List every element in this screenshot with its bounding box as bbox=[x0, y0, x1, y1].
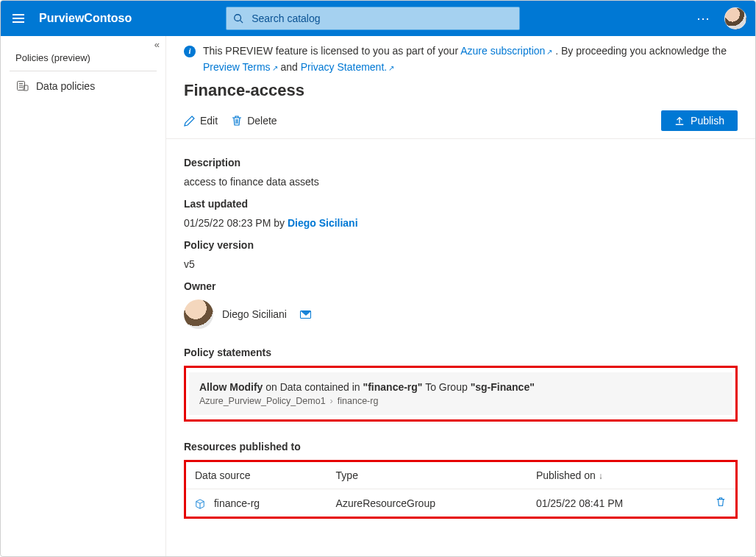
table-row[interactable]: finance-rg AzureResourceGroup 01/25/22 0… bbox=[186, 489, 735, 517]
publish-button[interactable]: Publish bbox=[661, 110, 738, 131]
topbar: PurviewContoso ⋯ bbox=[1, 1, 755, 36]
external-link-icon: ↗ bbox=[272, 64, 278, 72]
banner-text: This PREVIEW feature is licensed to you … bbox=[203, 43, 727, 75]
col-published-on[interactable]: Published on↓ bbox=[527, 462, 706, 489]
version-value: v5 bbox=[184, 258, 738, 270]
owner-label: Owner bbox=[184, 280, 738, 292]
cell-type: AzureResourceGroup bbox=[327, 489, 527, 517]
info-icon: i bbox=[184, 46, 196, 57]
policy-statement-breadcrumb: Azure_Purview_Policy_Demo1›finance-rg bbox=[199, 396, 722, 406]
preview-banner: i This PREVIEW feature is licensed to yo… bbox=[166, 36, 755, 79]
owner-row: Diego Siciliani bbox=[184, 299, 738, 329]
cell-published: 01/25/22 08:41 PM bbox=[527, 489, 706, 517]
main: i This PREVIEW feature is licensed to yo… bbox=[166, 36, 755, 556]
row-delete-icon[interactable] bbox=[716, 497, 726, 507]
last-updated-label: Last updated bbox=[184, 198, 738, 210]
data-policies-icon bbox=[17, 81, 29, 91]
search-icon bbox=[233, 13, 243, 24]
hamburger-icon[interactable] bbox=[10, 11, 27, 26]
azure-subscription-link[interactable]: Azure subscription↗ bbox=[460, 45, 552, 57]
mail-icon[interactable] bbox=[300, 311, 311, 319]
policy-statements-label: Policy statements bbox=[184, 347, 738, 358]
col-actions bbox=[706, 462, 735, 489]
policy-statement-text: Allow Modify on Data contained in "finan… bbox=[199, 381, 722, 393]
cell-source: finance-rg bbox=[214, 497, 260, 509]
sidebar-title: Policies (preview) bbox=[1, 36, 165, 69]
trash-icon bbox=[231, 115, 243, 127]
owner-name: Diego Siciliani bbox=[222, 308, 287, 320]
search-input[interactable] bbox=[226, 7, 520, 30]
upload-icon bbox=[674, 116, 685, 126]
sidebar-item-data-policies[interactable]: Data policies bbox=[1, 74, 165, 98]
brand-name[interactable]: PurviewContoso bbox=[39, 12, 132, 25]
more-icon[interactable]: ⋯ bbox=[696, 10, 711, 26]
edit-button[interactable]: Edit bbox=[184, 115, 218, 127]
policy-statement-card[interactable]: Allow Modify on Data contained in "finan… bbox=[189, 372, 732, 415]
sidebar: « Policies (preview) Data policies bbox=[1, 36, 166, 556]
divider bbox=[10, 71, 157, 71]
external-link-icon: ↗ bbox=[546, 48, 552, 56]
col-data-source[interactable]: Data source bbox=[186, 462, 327, 489]
collapse-sidebar-icon[interactable]: « bbox=[154, 39, 160, 50]
avatar[interactable] bbox=[724, 7, 746, 29]
toolbar: Edit Delete Publish bbox=[166, 106, 755, 139]
resources-table: Data source Type Published on↓ bbox=[186, 462, 735, 517]
col-type[interactable]: Type bbox=[327, 462, 527, 489]
search-wrap bbox=[226, 7, 520, 30]
owner-avatar[interactable] bbox=[184, 299, 213, 329]
svg-point-0 bbox=[235, 15, 241, 21]
preview-terms-link[interactable]: Preview Terms↗ bbox=[203, 61, 278, 73]
svg-line-1 bbox=[240, 21, 243, 24]
content: Description access to finance data asset… bbox=[166, 139, 755, 536]
delete-button[interactable]: Delete bbox=[231, 115, 277, 127]
sort-desc-icon: ↓ bbox=[599, 471, 603, 481]
description-value: access to finance data assets bbox=[184, 176, 738, 188]
last-updated-user-link[interactable]: Diego Siciliani bbox=[288, 217, 358, 229]
policy-statements-highlight: Allow Modify on Data contained in "finan… bbox=[184, 366, 738, 422]
resources-table-highlight: Data source Type Published on↓ bbox=[184, 460, 738, 519]
pencil-icon bbox=[184, 115, 196, 127]
description-label: Description bbox=[184, 157, 738, 168]
last-updated-value: 01/25/22 08:23 PM by Diego Siciliani bbox=[184, 217, 738, 229]
external-link-icon: ↗ bbox=[388, 64, 394, 72]
privacy-statement-link[interactable]: Privacy Statement.↗ bbox=[301, 61, 395, 73]
version-label: Policy version bbox=[184, 239, 738, 251]
sidebar-item-label: Data policies bbox=[36, 80, 95, 92]
topbar-right: ⋯ bbox=[696, 7, 746, 29]
page-title: Finance-access bbox=[166, 79, 755, 106]
resource-group-icon bbox=[195, 499, 205, 509]
resources-label: Resources published to bbox=[184, 441, 738, 453]
